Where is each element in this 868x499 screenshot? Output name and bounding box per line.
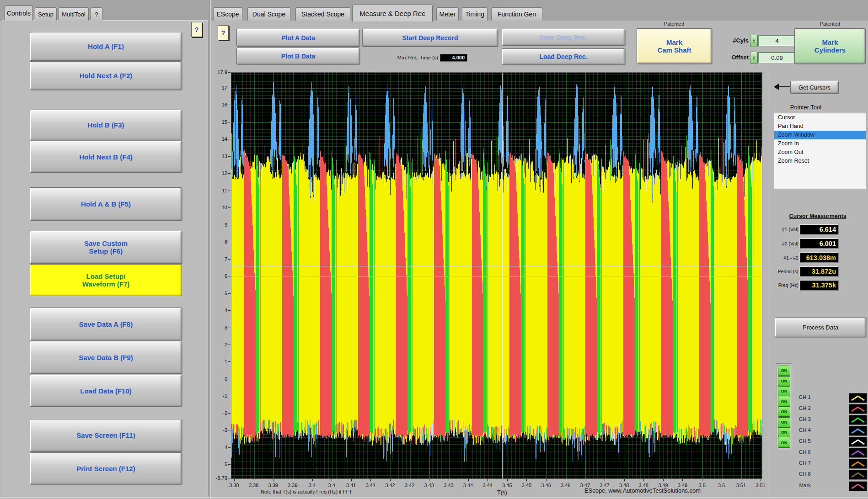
- start-deep-record-button[interactable]: Start Deep Record: [362, 29, 498, 47]
- button-print-screen-f12[interactable]: Print Screen (F12): [30, 452, 182, 484]
- save-deep-rec-button[interactable]: Save Deep Rec.: [502, 29, 625, 46]
- channel-color-mark[interactable]: [849, 481, 867, 491]
- help-button-left[interactable]: ?: [191, 22, 202, 37]
- y-tick-mark: [228, 328, 230, 328]
- x-tick-mark: [254, 479, 254, 481]
- tab-dual-scope[interactable]: Dual Scope: [247, 7, 290, 21]
- process-data-button[interactable]: Process Data: [775, 317, 866, 337]
- x-tick-label: 3.48: [615, 483, 633, 488]
- pointer-item-zoom-reset[interactable]: Zoom Reset: [774, 157, 866, 165]
- measure-label-0: #1 (Val): [775, 227, 798, 232]
- channel-color-ch-5[interactable]: [849, 437, 867, 447]
- tab-function-gen[interactable]: Function Gen: [491, 7, 542, 21]
- get-cursors-button[interactable]: Get Cursors: [790, 81, 839, 94]
- x-tick-label: 3.4: [303, 483, 321, 488]
- y-tick-label: 12: [212, 170, 227, 176]
- load-deep-rec-button[interactable]: Load Deep Rec.: [502, 48, 625, 65]
- button-load-setup-waveform-f7[interactable]: Load Setup/ Waveform (F7): [30, 264, 182, 296]
- pointer-tool-list[interactable]: CursorPan HandZoom WindowZoom InZoom Out…: [774, 113, 866, 189]
- button-save-screen-f11[interactable]: Save Screen (F11): [30, 419, 182, 451]
- y-tick-mark: [228, 242, 230, 242]
- tab-strip-background: [0, 0, 868, 21]
- y-tick-mark: [228, 276, 230, 276]
- channel-color-ch-1[interactable]: [849, 393, 867, 403]
- channel-on-toggle-6[interactable]: ON: [778, 417, 790, 427]
- channel-color-ch-8[interactable]: [849, 470, 867, 480]
- x-tick-label: 3.47: [576, 483, 594, 488]
- button-load-data-f10[interactable]: Load Data (F10): [30, 375, 182, 407]
- channel-label-ch-7: CH 7: [789, 460, 811, 466]
- button-save-data-b-f9[interactable]: Save Data B (F9): [30, 341, 182, 374]
- panel-divider: [209, 0, 211, 499]
- offset-value-field[interactable]: 0.09: [758, 52, 796, 63]
- y-tick-label: 7: [212, 256, 227, 262]
- y-tick-mark: [228, 259, 230, 260]
- help-button-right[interactable]: ?: [218, 25, 229, 40]
- button-hold-a-f1[interactable]: Hold A (F1): [30, 32, 182, 61]
- tab-multitool[interactable]: MultiTool: [59, 7, 89, 21]
- y-tick-label: -5: [212, 462, 227, 467]
- tab-meter[interactable]: Meter: [436, 7, 459, 21]
- x-tick-mark: [546, 479, 547, 481]
- channel-on-toggle-2[interactable]: ON: [778, 376, 790, 386]
- channel-on-toggle-3[interactable]: ON: [778, 386, 790, 396]
- channel-color-ch-2[interactable]: [849, 404, 867, 414]
- x-tick-label: 3.42: [381, 483, 399, 488]
- channel-color-ch-3[interactable]: [849, 415, 867, 425]
- offset-label: Offset: [712, 54, 749, 61]
- channel-color-ch-6[interactable]: [849, 448, 867, 458]
- tab-timing[interactable]: Timing: [462, 7, 488, 21]
- channel-on-toggle-1[interactable]: ON: [778, 366, 790, 376]
- x-tick-label: 3.45: [517, 483, 536, 488]
- spinner-down-icon[interactable]: ▼: [753, 58, 755, 61]
- x-tick-mark: [585, 479, 585, 481]
- pointer-item-cursor[interactable]: Cursor: [774, 113, 866, 122]
- y-tick-mark: [228, 464, 230, 465]
- cyls-value-field[interactable]: 4: [758, 35, 796, 46]
- right-panel-divider: [769, 69, 769, 496]
- plot-b-data-button[interactable]: Plot B Data: [236, 48, 360, 64]
- spinner-down-icon[interactable]: ▼: [753, 41, 755, 44]
- chevron-icon: [850, 460, 866, 467]
- channel-on-toggle-5[interactable]: ON: [778, 407, 790, 417]
- pointer-item-pan-hand[interactable]: Pan Hand: [774, 122, 866, 131]
- button-hold-a-b-f5[interactable]: Hold A & B (F5): [30, 187, 182, 221]
- tab-escope[interactable]: EScope: [213, 7, 242, 21]
- mark-cam-shaft-button[interactable]: Mark Cam Shaft: [637, 28, 712, 64]
- x-tick-label: 3.41: [361, 483, 380, 488]
- button-hold-next-b-f4[interactable]: Hold Next B (F4): [30, 141, 182, 173]
- channel-on-toggle-4[interactable]: ON: [778, 397, 790, 407]
- y-tick-mark: [228, 88, 230, 88]
- pointer-item-zoom-window[interactable]: Zoom Window: [774, 131, 866, 139]
- cursor-measurements-title: Cursor Measurments: [786, 213, 850, 219]
- y-tick-label: -2: [212, 410, 227, 416]
- cursor-arrow-icon: [774, 84, 779, 90]
- plot-a-data-button[interactable]: Plot A Data: [236, 29, 360, 47]
- tab-setup[interactable]: Setup: [35, 7, 57, 21]
- y-tick-label: -1: [212, 393, 227, 398]
- button-save-custom-setup-f6[interactable]: Save Custom Setup (F6): [30, 231, 182, 264]
- button-save-data-a-f8[interactable]: Save Data A (F8): [30, 308, 182, 340]
- button-hold-next-a-f2[interactable]: Hold Next A (F2): [30, 61, 182, 90]
- x-tick-label: 3.4: [322, 483, 341, 488]
- max-rec-time-field[interactable]: 4.000: [440, 54, 467, 62]
- offset-spinner[interactable]: ▲▼: [750, 52, 758, 64]
- tab-controls[interactable]: Controls: [5, 5, 33, 21]
- channel-on-toggle-7[interactable]: ON: [778, 427, 790, 437]
- tab-stacked-scope[interactable]: Stacked Scope: [295, 7, 350, 21]
- mark-cylinders-button[interactable]: Mark Cylinders: [794, 28, 866, 64]
- x-tick-label: 3.46: [557, 483, 575, 488]
- channel-color-ch-7[interactable]: [849, 459, 867, 469]
- tab-measure-deep-rec[interactable]: Measure & Deep Rec: [352, 5, 433, 21]
- y-tick-label: 2: [212, 342, 227, 347]
- channel-color-ch-4[interactable]: [849, 426, 867, 436]
- x-tick-label: 3.39: [284, 483, 302, 488]
- tab--[interactable]: ?: [91, 7, 102, 21]
- waveform-plot-area[interactable]: [231, 72, 762, 479]
- button-hold-b-f3[interactable]: Hold B (F3): [30, 110, 182, 140]
- cyls-spinner[interactable]: ▲▼: [750, 35, 758, 47]
- measure-value-1: 6.001: [799, 238, 839, 249]
- pointer-item-zoom-in[interactable]: Zoom In: [774, 139, 866, 148]
- pointer-item-zoom-out[interactable]: Zoom Out: [774, 148, 866, 157]
- channel-on-toggle-8[interactable]: ON: [778, 438, 790, 448]
